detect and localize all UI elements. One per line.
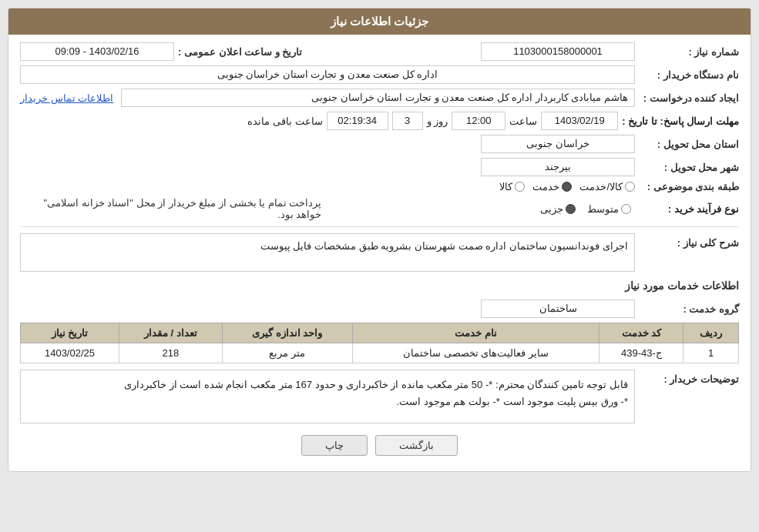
sharh-value: اجرای فوندانسیون ساختمان اداره صمت شهرست… <box>20 233 635 272</box>
radio-jozvi-circle <box>566 204 576 214</box>
mohlat-rooz-value: 3 <box>392 112 423 130</box>
ostan-value: خراسان جنوبی <box>481 135 635 153</box>
services-table: ردیف کد خدمت نام خدمت واحد اندازه گیری ت… <box>20 323 739 363</box>
tarikh-value: 1403/02/16 - 09:09 <box>20 42 174 61</box>
col-vahed: واحد اندازه گیری <box>222 323 352 343</box>
col-radif: ردیف <box>683 323 739 343</box>
col-kod: کد خدمت <box>599 323 683 343</box>
gorohe-khedmat-label: گروه خدمت : <box>639 303 739 315</box>
radio-jozvi[interactable]: جزیی <box>540 203 576 215</box>
buttons-row: بازگشت چاپ <box>20 435 739 456</box>
radio-motavaset-circle <box>621 204 631 214</box>
radio-khedmat[interactable]: خدمت <box>532 181 572 192</box>
tarikh-label: تاریخ و ساعت اعلان عمومی : <box>178 46 302 58</box>
mohlat-label: مهلت ارسال پاسخ: تا تاریخ : <box>622 115 739 127</box>
radio-khedmat-label: خدمت <box>532 181 559 192</box>
ostan-label: استان محل تحویل : <box>639 139 739 150</box>
table-row: 1ج-43-439سایر فعالیت‌های تخصصی ساختمانمت… <box>21 343 739 363</box>
mohlat-saat-label: ساعت <box>509 115 537 127</box>
nam-dastgah-value: اداره کل صنعت معدن و تجارت استان خراسان … <box>20 65 635 84</box>
noe-farayand-note: پرداخت تمام یا بخشی از مبلغ خریدار از مح… <box>20 197 322 220</box>
baqi-mande-label: ساعت باقی مانده <box>247 115 322 127</box>
sharh-label: شرح کلی نیاز : <box>639 237 739 249</box>
radio-kala-khedmat[interactable]: کالا/خدمت <box>579 181 635 192</box>
shomara-niaz-label: شماره نیاز : <box>639 46 739 58</box>
tazvihat-label: توضیحات خریدار : <box>639 373 739 385</box>
ijad-konande-value: هاشم میابادی کاربردار اداره کل صنعت معدن… <box>121 89 635 107</box>
back-button[interactable]: بازگشت <box>375 435 458 456</box>
tazvihat-value: قابل توجه تامین کنندگان محترم: *- 50 متر… <box>20 370 635 423</box>
radio-kala-khedmat-circle <box>625 182 635 192</box>
print-button[interactable]: چاپ <box>301 435 368 456</box>
mohlat-rooz-label: روز و <box>427 115 448 127</box>
tabaghebandi-label: طبقه بندی موضوعی : <box>639 181 739 192</box>
mohlat-saat-value: 12:00 <box>452 112 505 130</box>
khadamat-section-title: اطلاعات خدمات مورد نیاز <box>20 279 739 295</box>
col-name: نام خدمت <box>352 323 599 343</box>
radio-kala[interactable]: کالا <box>499 181 525 192</box>
nam-dastgah-label: نام دستگاه خریدار : <box>639 69 739 81</box>
radio-kala-label: کالا <box>499 181 512 192</box>
radio-motavaset-label: متوسط <box>587 203 619 215</box>
tabaghebandi-group: کالا/خدمت خدمت کالا <box>499 181 635 192</box>
page-title: جزئیات اطلاعات نیاز <box>8 8 751 35</box>
col-tarikh: تاریخ نیاز <box>21 323 119 343</box>
contact-link[interactable]: اطلاعات تماس خریدار <box>20 92 113 104</box>
col-tedad: تعداد / مقدار <box>119 323 223 343</box>
mohlat-date: 1403/02/19 <box>541 112 618 130</box>
shomara-niaz-value: 1103000158000001 <box>481 42 635 61</box>
shahr-label: شهر محل تحویل : <box>639 162 739 173</box>
ijad-konande-label: ایجاد کننده درخواست : <box>639 92 739 104</box>
baqi-mande-value: 02:19:34 <box>327 112 388 130</box>
noe-farayand-label: نوع فرآیند خرید : <box>639 203 739 215</box>
radio-motavaset[interactable]: متوسط <box>587 203 631 215</box>
noe-farayand-options: متوسط جزیی <box>330 203 632 215</box>
shahr-value: بیرجند <box>481 158 635 176</box>
gorohe-khedmat-value: ساختمان <box>481 299 635 318</box>
radio-khedmat-circle <box>562 182 572 192</box>
radio-kala-circle <box>515 182 525 192</box>
radio-jozvi-label: جزیی <box>540 203 563 215</box>
radio-kala-khedmat-label: کالا/خدمت <box>579 181 623 192</box>
